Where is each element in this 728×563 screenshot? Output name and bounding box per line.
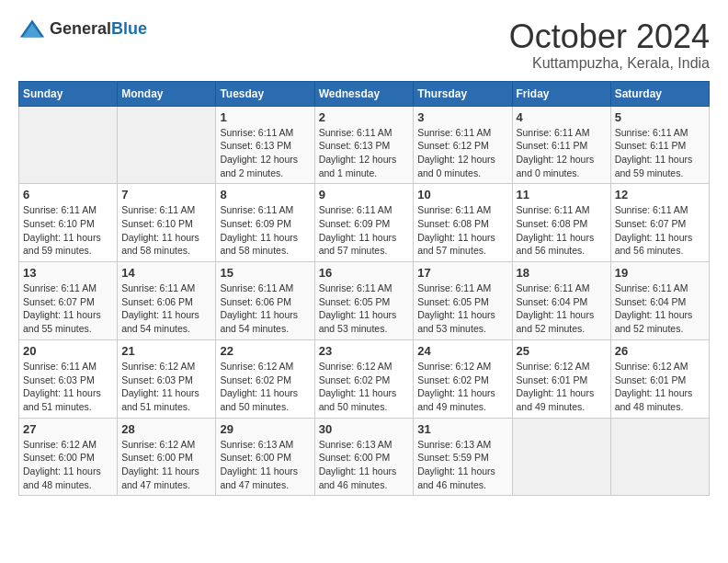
day-number: 10 [417,188,507,201]
calendar-subtitle: Kuttampuzha, Kerala, India [509,55,710,72]
calendar-cell: 5Sunrise: 6:11 AM Sunset: 6:11 PM Daylig… [610,106,709,184]
day-number: 7 [121,188,211,201]
day-info: Sunrise: 6:13 AM Sunset: 6:00 PM Dayligh… [220,438,310,492]
calendar-cell: 18Sunrise: 6:11 AM Sunset: 6:04 PM Dayli… [512,262,610,340]
day-number: 3 [417,110,507,124]
logo-icon [18,18,46,39]
calendar-cell: 14Sunrise: 6:11 AM Sunset: 6:06 PM Dayli… [118,262,216,340]
calendar-week-row: 6Sunrise: 6:11 AM Sunset: 6:10 PM Daylig… [19,184,710,262]
calendar-cell: 2Sunrise: 6:11 AM Sunset: 6:13 PM Daylig… [314,106,414,184]
day-info: Sunrise: 6:11 AM Sunset: 6:10 PM Dayligh… [121,203,211,258]
calendar-cell: 17Sunrise: 6:11 AM Sunset: 6:05 PM Dayli… [414,262,512,340]
day-number: 16 [319,266,410,280]
day-info: Sunrise: 6:11 AM Sunset: 6:03 PM Dayligh… [23,360,113,414]
day-number: 5 [615,110,705,124]
calendar-cell [610,418,709,496]
day-info: Sunrise: 6:11 AM Sunset: 6:04 PM Dayligh… [517,282,607,336]
day-info: Sunrise: 6:12 AM Sunset: 6:00 PM Dayligh… [121,438,211,492]
day-number: 27 [23,422,113,436]
weekday-header-saturday: Saturday [610,81,709,106]
day-number: 25 [517,344,607,358]
calendar-cell: 4Sunrise: 6:11 AM Sunset: 6:11 PM Daylig… [512,106,610,184]
logo-text-blue: Blue [111,19,147,38]
logo: GeneralBlue [18,18,147,39]
calendar-cell: 16Sunrise: 6:11 AM Sunset: 6:05 PM Dayli… [314,262,414,340]
day-number: 31 [417,422,507,436]
calendar-cell: 23Sunrise: 6:12 AM Sunset: 6:02 PM Dayli… [314,339,414,418]
day-number: 8 [220,188,310,201]
page-header: GeneralBlue October 2024 Kuttampuzha, Ke… [18,18,710,72]
calendar-cell: 8Sunrise: 6:11 AM Sunset: 6:09 PM Daylig… [216,184,314,262]
day-number: 28 [121,422,211,436]
day-info: Sunrise: 6:12 AM Sunset: 6:02 PM Dayligh… [319,360,410,414]
day-number: 11 [517,188,607,201]
day-info: Sunrise: 6:11 AM Sunset: 6:08 PM Dayligh… [517,203,607,258]
calendar-week-row: 20Sunrise: 6:11 AM Sunset: 6:03 PM Dayli… [19,339,710,418]
day-info: Sunrise: 6:11 AM Sunset: 6:04 PM Dayligh… [615,282,705,336]
weekday-header-tuesday: Tuesday [216,81,314,106]
calendar-cell: 1Sunrise: 6:11 AM Sunset: 6:13 PM Daylig… [216,106,314,184]
day-number: 12 [615,188,705,201]
calendar-cell: 6Sunrise: 6:11 AM Sunset: 6:10 PM Daylig… [19,184,118,262]
calendar-cell: 22Sunrise: 6:12 AM Sunset: 6:02 PM Dayli… [216,339,314,418]
calendar-cell: 12Sunrise: 6:11 AM Sunset: 6:07 PM Dayli… [610,184,709,262]
day-info: Sunrise: 6:13 AM Sunset: 5:59 PM Dayligh… [417,438,507,492]
calendar-cell: 29Sunrise: 6:13 AM Sunset: 6:00 PM Dayli… [216,418,314,496]
weekday-header-thursday: Thursday [414,81,512,106]
day-info: Sunrise: 6:12 AM Sunset: 6:03 PM Dayligh… [121,360,211,414]
day-info: Sunrise: 6:11 AM Sunset: 6:06 PM Dayligh… [220,282,310,336]
day-info: Sunrise: 6:12 AM Sunset: 6:01 PM Dayligh… [615,360,705,414]
day-info: Sunrise: 6:11 AM Sunset: 6:08 PM Dayligh… [417,203,507,258]
day-number: 29 [220,422,310,436]
calendar-cell [118,106,216,184]
calendar-cell: 9Sunrise: 6:11 AM Sunset: 6:09 PM Daylig… [314,184,414,262]
day-info: Sunrise: 6:12 AM Sunset: 6:00 PM Dayligh… [23,438,113,492]
day-number: 22 [220,344,310,358]
calendar-cell [19,106,118,184]
day-info: Sunrise: 6:11 AM Sunset: 6:11 PM Dayligh… [615,126,705,180]
day-number: 17 [417,266,507,280]
day-info: Sunrise: 6:11 AM Sunset: 6:05 PM Dayligh… [319,282,410,336]
calendar-cell: 21Sunrise: 6:12 AM Sunset: 6:03 PM Dayli… [118,339,216,418]
day-info: Sunrise: 6:13 AM Sunset: 6:00 PM Dayligh… [319,438,410,492]
calendar-cell: 26Sunrise: 6:12 AM Sunset: 6:01 PM Dayli… [610,339,709,418]
calendar-cell: 28Sunrise: 6:12 AM Sunset: 6:00 PM Dayli… [118,418,216,496]
calendar-week-row: 1Sunrise: 6:11 AM Sunset: 6:13 PM Daylig… [19,106,710,184]
weekday-header-monday: Monday [118,81,216,106]
day-info: Sunrise: 6:12 AM Sunset: 6:02 PM Dayligh… [417,360,507,414]
calendar-cell: 3Sunrise: 6:11 AM Sunset: 6:12 PM Daylig… [414,106,512,184]
day-number: 18 [517,266,607,280]
day-info: Sunrise: 6:11 AM Sunset: 6:13 PM Dayligh… [319,126,410,180]
day-number: 1 [220,110,310,124]
day-info: Sunrise: 6:11 AM Sunset: 6:05 PM Dayligh… [417,282,507,336]
day-number: 9 [319,188,410,201]
day-number: 4 [517,110,607,124]
calendar-title: October 2024 [509,18,710,55]
calendar-week-row: 27Sunrise: 6:12 AM Sunset: 6:00 PM Dayli… [19,418,710,496]
day-info: Sunrise: 6:11 AM Sunset: 6:09 PM Dayligh… [220,203,310,258]
calendar-cell: 20Sunrise: 6:11 AM Sunset: 6:03 PM Dayli… [19,339,118,418]
day-number: 13 [23,266,113,280]
weekday-header-sunday: Sunday [19,81,118,106]
calendar-cell: 31Sunrise: 6:13 AM Sunset: 5:59 PM Dayli… [414,418,512,496]
day-info: Sunrise: 6:12 AM Sunset: 6:02 PM Dayligh… [220,360,310,414]
calendar-cell: 11Sunrise: 6:11 AM Sunset: 6:08 PM Dayli… [512,184,610,262]
calendar-cell: 25Sunrise: 6:12 AM Sunset: 6:01 PM Dayli… [512,339,610,418]
day-number: 20 [23,344,113,358]
title-block: October 2024 Kuttampuzha, Kerala, India [509,18,710,72]
calendar-cell [512,418,610,496]
day-info: Sunrise: 6:11 AM Sunset: 6:11 PM Dayligh… [517,126,607,180]
calendar-cell: 15Sunrise: 6:11 AM Sunset: 6:06 PM Dayli… [216,262,314,340]
calendar-cell: 24Sunrise: 6:12 AM Sunset: 6:02 PM Dayli… [414,339,512,418]
calendar-cell: 7Sunrise: 6:11 AM Sunset: 6:10 PM Daylig… [118,184,216,262]
day-number: 19 [615,266,705,280]
calendar-cell: 30Sunrise: 6:13 AM Sunset: 6:00 PM Dayli… [314,418,414,496]
day-number: 14 [121,266,211,280]
weekday-header-wednesday: Wednesday [314,81,414,106]
day-number: 6 [23,188,113,201]
day-info: Sunrise: 6:11 AM Sunset: 6:10 PM Dayligh… [23,203,113,258]
logo-text-general: General [50,19,111,38]
calendar-week-row: 13Sunrise: 6:11 AM Sunset: 6:07 PM Dayli… [19,262,710,340]
day-number: 2 [319,110,410,124]
day-number: 24 [417,344,507,358]
